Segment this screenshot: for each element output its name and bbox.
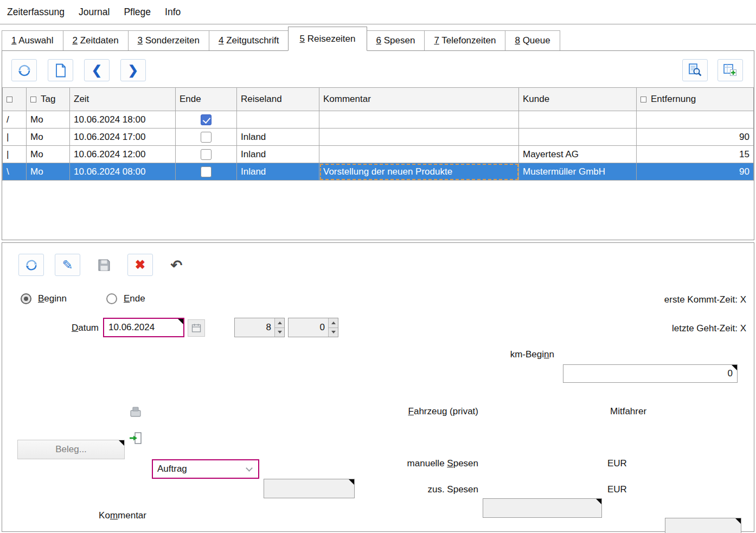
ende-checkbox[interactable] — [201, 114, 212, 125]
edit-record-button[interactable]: ✎ — [55, 254, 80, 276]
cell-kunde[interactable] — [519, 129, 637, 146]
table-row[interactable]: / Mo 10.06.2024 18:00 — [3, 111, 754, 129]
cell-tag[interactable]: Mo — [27, 146, 70, 163]
cell-entfernung[interactable]: 90 — [637, 129, 754, 146]
cell-reiseland[interactable] — [237, 111, 319, 129]
column-header-kommentar[interactable]: Kommentar — [319, 88, 519, 111]
tab-zeitgutschrift[interactable]: 4 Zeitgutschrift — [209, 30, 289, 50]
column-header-ende[interactable]: Ende — [176, 88, 237, 111]
table-row[interactable]: | Mo 10.06.2024 12:00 Inland Mayertest A… — [3, 146, 754, 163]
save-record-button[interactable] — [91, 254, 117, 276]
save-icon — [97, 258, 111, 272]
hour-spinner-buttons — [274, 318, 284, 337]
refresh-icon — [24, 259, 39, 272]
cell-kunde[interactable]: Mustermüller GmbH — [519, 163, 637, 181]
entfernung-filter-checkbox[interactable] — [640, 97, 646, 102]
cell-zeit[interactable]: 10.06.2024 08:00 — [70, 163, 176, 181]
tab-telefonzeiten[interactable]: 7 Telefonzeiten — [424, 30, 505, 50]
cell-tag[interactable]: Mo — [27, 163, 70, 181]
beleg-button[interactable]: Beleg... — [17, 440, 125, 459]
beleg-scanner-button[interactable] — [127, 403, 144, 421]
tab-sonderzeiten[interactable]: 3 Sonderzeiten — [128, 30, 209, 50]
cell-marker[interactable]: | — [3, 129, 27, 146]
delete-record-button[interactable]: ✖ — [127, 254, 153, 276]
cell-ende[interactable] — [176, 146, 237, 163]
column-header-zeit[interactable]: Zeit — [70, 88, 176, 111]
minute-spin-down[interactable] — [329, 328, 338, 337]
menu-zeiterfassung[interactable]: Zeiterfassung — [0, 0, 72, 24]
cell-tag[interactable]: Mo — [27, 111, 70, 129]
cell-entfernung[interactable]: 15 — [637, 146, 754, 163]
refresh-detail-button[interactable] — [18, 254, 44, 276]
menu-pflege[interactable]: Pflege — [117, 0, 158, 24]
cell-kommentar[interactable] — [319, 129, 519, 146]
cell-kommentar[interactable]: Vorstellung der neuen Produkte — [319, 163, 519, 181]
column-header-kunde[interactable]: Kunde — [519, 88, 637, 111]
cell-zeit[interactable]: 10.06.2024 12:00 — [70, 146, 176, 163]
column-header-reiseland[interactable]: Reiseland — [237, 88, 319, 111]
hour-spin-up[interactable] — [275, 318, 284, 328]
table-row[interactable]: | Mo 10.06.2024 17:00 Inland 90 — [3, 129, 754, 146]
preview-button[interactable] — [682, 59, 708, 81]
cell-kommentar[interactable] — [319, 111, 519, 129]
cell-zeit[interactable]: 10.06.2024 18:00 — [70, 111, 176, 129]
refresh-list-button[interactable] — [11, 59, 37, 81]
cell-ende[interactable] — [176, 111, 237, 129]
cell-kunde[interactable]: Mayertest AG — [519, 146, 637, 163]
cell-reiseland[interactable]: Inland — [237, 146, 319, 163]
hour-spinner[interactable]: 8 — [234, 318, 285, 337]
goto-customer-button[interactable] — [127, 429, 144, 447]
minute-spinner[interactable]: 0 — [288, 318, 338, 337]
undo-button[interactable]: ↶ — [164, 254, 189, 276]
add-record-button[interactable] — [717, 59, 743, 81]
new-document-button[interactable] — [48, 59, 73, 81]
km-beginn-input[interactable]: 0 — [563, 364, 738, 383]
cell-kommentar[interactable] — [319, 146, 519, 163]
mitfahrer-label: Mitfahrer — [610, 406, 646, 417]
ende-radio[interactable] — [106, 293, 117, 304]
cell-kunde[interactable] — [519, 111, 637, 129]
ende-checkbox[interactable] — [201, 166, 212, 177]
column-header-select[interactable] — [3, 88, 27, 111]
refresh-icon — [17, 63, 32, 78]
mitfahrer-input[interactable] — [665, 518, 741, 533]
hour-spin-down[interactable] — [275, 328, 284, 337]
cell-ende[interactable] — [176, 163, 237, 181]
minute-spin-up[interactable] — [329, 318, 338, 328]
cell-ende[interactable] — [176, 129, 237, 146]
cell-reiseland[interactable]: Inland — [237, 129, 319, 146]
fahrzeug-privat-input[interactable] — [483, 498, 602, 518]
beginn-radio[interactable] — [21, 293, 31, 304]
calendar-button[interactable] — [188, 319, 205, 337]
cell-marker[interactable]: / — [3, 111, 27, 129]
cell-tag[interactable]: Mo — [27, 129, 70, 146]
previous-record-button[interactable]: ❮ — [84, 59, 110, 81]
tab-queue[interactable]: 8 Queue — [505, 30, 560, 50]
zus-spesen-label: zus. Spesen — [360, 484, 478, 495]
letzte-geht-zeit-label: letzte Geht-Zeit: — [672, 323, 738, 333]
datum-input[interactable]: 10.06.2024 — [103, 318, 184, 337]
tab-spesen[interactable]: 6 Spesen — [367, 30, 425, 50]
column-header-tag[interactable]: Tag — [27, 88, 70, 111]
tab-zeitdaten[interactable]: 2 Zeitdaten — [63, 30, 129, 50]
cell-entfernung[interactable] — [637, 111, 754, 129]
cell-reiseland[interactable]: Inland — [237, 163, 319, 181]
cell-zeit[interactable]: 10.06.2024 17:00 — [70, 129, 176, 146]
tab-auswahl[interactable]: 1 Auswahl — [2, 30, 63, 50]
cell-marker[interactable]: | — [3, 146, 27, 163]
auftrag-extra-input[interactable] — [264, 479, 355, 498]
menu-journal[interactable]: Journal — [72, 0, 117, 24]
table-row-selected[interactable]: \ Mo 10.06.2024 08:00 Inland Vorstellung… — [3, 163, 754, 181]
cell-marker[interactable]: \ — [3, 163, 27, 181]
select-all-checkbox[interactable] — [7, 97, 12, 102]
tab-reisezeiten[interactable]: 5 Reisezeiten — [288, 27, 367, 51]
preview-icon — [688, 63, 702, 78]
menu-info[interactable]: Info — [158, 0, 188, 24]
cell-entfernung[interactable]: 90 — [637, 163, 754, 181]
ende-checkbox[interactable] — [201, 132, 212, 143]
next-record-button[interactable]: ❯ — [120, 59, 146, 81]
tag-filter-checkbox[interactable] — [30, 97, 36, 102]
ende-checkbox[interactable] — [201, 149, 212, 160]
column-header-entfernung[interactable]: Entfernung — [637, 88, 754, 111]
auftrag-select[interactable]: Auftrag — [152, 459, 259, 479]
